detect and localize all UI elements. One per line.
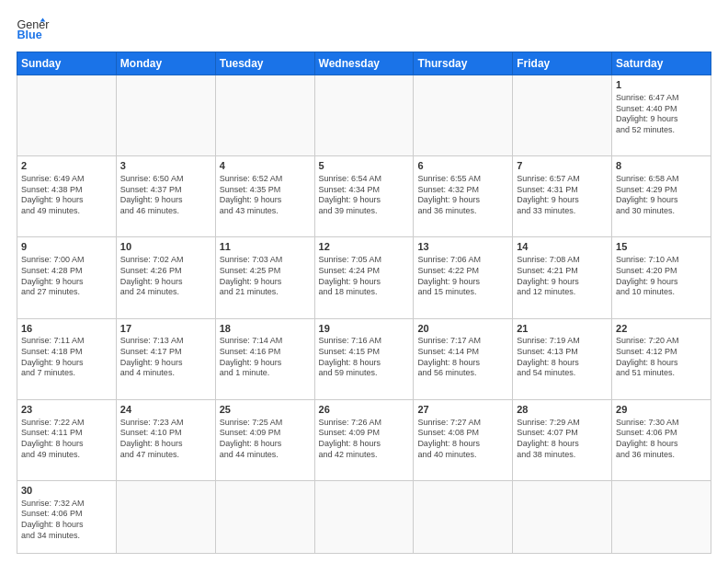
calendar-cell: 20Sunrise: 7:17 AM Sunset: 4:14 PM Dayli…	[414, 318, 513, 399]
day-number: 28	[517, 403, 608, 417]
day-number: 4	[220, 159, 311, 173]
calendar-cell: 9Sunrise: 7:00 AM Sunset: 4:28 PM Daylig…	[17, 237, 117, 318]
day-number: 11	[220, 240, 311, 254]
calendar-cell	[215, 480, 314, 553]
day-number: 29	[616, 403, 707, 417]
day-number: 1	[616, 78, 707, 92]
day-number: 12	[319, 240, 410, 254]
weekday-header-friday: Friday	[513, 52, 612, 75]
day-number: 15	[616, 240, 707, 254]
day-info: Sunrise: 7:22 AM Sunset: 4:11 PM Dayligh…	[21, 418, 112, 461]
calendar-cell: 17Sunrise: 7:13 AM Sunset: 4:17 PM Dayli…	[116, 318, 215, 399]
calendar-cell: 27Sunrise: 7:27 AM Sunset: 4:08 PM Dayli…	[414, 399, 513, 480]
calendar-cell: 24Sunrise: 7:23 AM Sunset: 4:10 PM Dayli…	[116, 399, 215, 480]
day-info: Sunrise: 7:08 AM Sunset: 4:21 PM Dayligh…	[517, 255, 608, 298]
day-info: Sunrise: 7:13 AM Sunset: 4:17 PM Dayligh…	[120, 336, 211, 379]
day-number: 23	[21, 403, 112, 417]
calendar-cell: 14Sunrise: 7:08 AM Sunset: 4:21 PM Dayli…	[513, 237, 612, 318]
day-info: Sunrise: 7:14 AM Sunset: 4:16 PM Dayligh…	[220, 336, 311, 379]
day-number: 25	[220, 403, 311, 417]
day-info: Sunrise: 6:58 AM Sunset: 4:29 PM Dayligh…	[616, 174, 707, 217]
calendar-cell: 22Sunrise: 7:20 AM Sunset: 4:12 PM Dayli…	[612, 318, 711, 399]
weekday-header-monday: Monday	[116, 52, 215, 75]
calendar-week-row: 2Sunrise: 6:49 AM Sunset: 4:38 PM Daylig…	[17, 156, 711, 237]
day-info: Sunrise: 7:11 AM Sunset: 4:18 PM Dayligh…	[21, 336, 112, 379]
day-info: Sunrise: 7:16 AM Sunset: 4:15 PM Dayligh…	[319, 336, 410, 379]
day-info: Sunrise: 6:55 AM Sunset: 4:32 PM Dayligh…	[417, 174, 508, 217]
calendar-cell	[414, 75, 513, 156]
calendar-cell: 26Sunrise: 7:26 AM Sunset: 4:09 PM Dayli…	[314, 399, 414, 480]
day-info: Sunrise: 7:29 AM Sunset: 4:07 PM Dayligh…	[517, 418, 608, 461]
day-number: 16	[21, 322, 112, 336]
calendar-cell: 23Sunrise: 7:22 AM Sunset: 4:11 PM Dayli…	[17, 399, 117, 480]
day-info: Sunrise: 7:20 AM Sunset: 4:12 PM Dayligh…	[616, 336, 707, 379]
calendar-cell: 1Sunrise: 6:47 AM Sunset: 4:40 PM Daylig…	[612, 75, 711, 156]
day-info: Sunrise: 7:02 AM Sunset: 4:26 PM Dayligh…	[120, 255, 211, 298]
day-info: Sunrise: 7:05 AM Sunset: 4:24 PM Dayligh…	[319, 255, 410, 298]
calendar-cell	[314, 480, 414, 553]
calendar-week-row: 16Sunrise: 7:11 AM Sunset: 4:18 PM Dayli…	[17, 318, 711, 399]
calendar-cell: 30Sunrise: 7:32 AM Sunset: 4:06 PM Dayli…	[17, 480, 117, 553]
day-number: 7	[517, 159, 608, 173]
day-number: 3	[120, 159, 211, 173]
day-info: Sunrise: 6:57 AM Sunset: 4:31 PM Dayligh…	[517, 174, 608, 217]
calendar-cell: 11Sunrise: 7:03 AM Sunset: 4:25 PM Dayli…	[215, 237, 314, 318]
day-info: Sunrise: 7:17 AM Sunset: 4:14 PM Dayligh…	[417, 336, 508, 379]
day-number: 14	[517, 240, 608, 254]
calendar-cell: 18Sunrise: 7:14 AM Sunset: 4:16 PM Dayli…	[215, 318, 314, 399]
calendar-cell: 4Sunrise: 6:52 AM Sunset: 4:35 PM Daylig…	[215, 156, 314, 237]
day-info: Sunrise: 7:26 AM Sunset: 4:09 PM Dayligh…	[319, 418, 410, 461]
day-info: Sunrise: 7:30 AM Sunset: 4:06 PM Dayligh…	[616, 418, 707, 461]
calendar-week-row: 1Sunrise: 6:47 AM Sunset: 4:40 PM Daylig…	[17, 75, 711, 156]
day-number: 2	[21, 159, 112, 173]
calendar-cell	[116, 480, 215, 553]
calendar-cell: 3Sunrise: 6:50 AM Sunset: 4:37 PM Daylig…	[116, 156, 215, 237]
calendar-cell: 2Sunrise: 6:49 AM Sunset: 4:38 PM Daylig…	[17, 156, 117, 237]
calendar-cell: 15Sunrise: 7:10 AM Sunset: 4:20 PM Dayli…	[612, 237, 711, 318]
day-number: 21	[517, 322, 608, 336]
calendar-cell	[513, 480, 612, 553]
logo: General Blue	[17, 17, 53, 42]
calendar-cell	[612, 480, 711, 553]
day-number: 24	[120, 403, 211, 417]
day-info: Sunrise: 6:50 AM Sunset: 4:37 PM Dayligh…	[120, 174, 211, 217]
day-number: 26	[319, 403, 410, 417]
day-number: 6	[417, 159, 508, 173]
day-number: 20	[417, 322, 508, 336]
day-info: Sunrise: 7:27 AM Sunset: 4:08 PM Dayligh…	[417, 418, 508, 461]
calendar-cell: 16Sunrise: 7:11 AM Sunset: 4:18 PM Dayli…	[17, 318, 117, 399]
calendar-cell: 19Sunrise: 7:16 AM Sunset: 4:15 PM Dayli…	[314, 318, 414, 399]
calendar-week-row: 30Sunrise: 7:32 AM Sunset: 4:06 PM Dayli…	[17, 480, 711, 553]
day-info: Sunrise: 6:54 AM Sunset: 4:34 PM Dayligh…	[319, 174, 410, 217]
day-info: Sunrise: 7:10 AM Sunset: 4:20 PM Dayligh…	[616, 255, 707, 298]
weekday-header-sunday: Sunday	[17, 52, 117, 75]
day-number: 18	[220, 322, 311, 336]
day-number: 5	[319, 159, 410, 173]
svg-text:Blue: Blue	[17, 29, 42, 41]
day-number: 17	[120, 322, 211, 336]
day-info: Sunrise: 6:47 AM Sunset: 4:40 PM Dayligh…	[616, 93, 707, 136]
day-number: 10	[120, 240, 211, 254]
calendar-cell	[513, 75, 612, 156]
weekday-header-thursday: Thursday	[414, 52, 513, 75]
weekday-header-tuesday: Tuesday	[215, 52, 314, 75]
day-number: 27	[417, 403, 508, 417]
day-info: Sunrise: 7:00 AM Sunset: 4:28 PM Dayligh…	[21, 255, 112, 298]
calendar-table: SundayMondayTuesdayWednesdayThursdayFrid…	[17, 52, 711, 554]
calendar-cell: 6Sunrise: 6:55 AM Sunset: 4:32 PM Daylig…	[414, 156, 513, 237]
calendar-cell	[414, 480, 513, 553]
generalblue-icon: General Blue	[17, 17, 50, 42]
day-info: Sunrise: 7:19 AM Sunset: 4:13 PM Dayligh…	[517, 336, 608, 379]
day-info: Sunrise: 7:06 AM Sunset: 4:22 PM Dayligh…	[417, 255, 508, 298]
day-info: Sunrise: 6:49 AM Sunset: 4:38 PM Dayligh…	[21, 174, 112, 217]
day-info: Sunrise: 7:23 AM Sunset: 4:10 PM Dayligh…	[120, 418, 211, 461]
day-number: 8	[616, 159, 707, 173]
day-number: 19	[319, 322, 410, 336]
calendar-cell: 28Sunrise: 7:29 AM Sunset: 4:07 PM Dayli…	[513, 399, 612, 480]
calendar-cell	[314, 75, 414, 156]
weekday-header-saturday: Saturday	[612, 52, 711, 75]
day-number: 9	[21, 240, 112, 254]
weekday-header-row: SundayMondayTuesdayWednesdayThursdayFrid…	[17, 52, 711, 75]
calendar-cell: 8Sunrise: 6:58 AM Sunset: 4:29 PM Daylig…	[612, 156, 711, 237]
calendar-cell: 21Sunrise: 7:19 AM Sunset: 4:13 PM Dayli…	[513, 318, 612, 399]
